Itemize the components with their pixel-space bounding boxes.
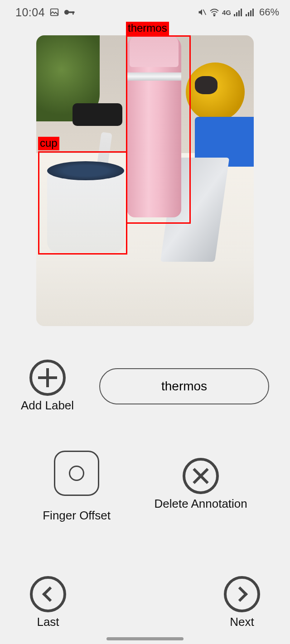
svg-rect-11 [248, 12, 249, 16]
status-bar: 10:04 4G 66% [0, 0, 290, 22]
bounding-box[interactable] [38, 151, 127, 255]
svg-rect-13 [252, 9, 254, 16]
svg-line-4 [203, 10, 206, 15]
battery-label: 66% [259, 6, 279, 18]
circle-icon [69, 466, 84, 481]
image-icon [49, 7, 59, 17]
chevron-left-icon [42, 586, 58, 602]
status-right: 4G 66% [198, 6, 279, 18]
add-label-text: Add Label [21, 399, 74, 413]
next-button[interactable] [224, 576, 260, 612]
bounding-box[interactable] [126, 35, 191, 224]
wifi-icon [209, 8, 219, 16]
svg-rect-12 [250, 10, 251, 16]
controls-panel: Add Label Finger Offset Delete Annotatio… [0, 326, 290, 629]
finger-offset-button[interactable] [54, 451, 99, 496]
svg-rect-10 [246, 14, 247, 16]
svg-rect-7 [236, 12, 237, 16]
finger-offset-text: Finger Offset [43, 509, 111, 523]
home-indicator[interactable] [106, 637, 184, 640]
svg-rect-6 [234, 14, 235, 16]
status-left: 10:04 [15, 6, 76, 19]
key-icon [64, 8, 76, 16]
svg-point-5 [214, 15, 215, 16]
last-button[interactable] [30, 576, 66, 612]
next-text: Next [230, 615, 254, 629]
add-label-button[interactable] [29, 360, 66, 396]
signal-icon [234, 8, 243, 16]
bounding-box-label[interactable]: cup [38, 137, 59, 150]
svg-rect-8 [238, 10, 240, 16]
svg-rect-3 [72, 11, 74, 14]
signal2-icon [246, 8, 255, 16]
delete-annotation-button[interactable] [183, 458, 219, 494]
chevron-right-icon [232, 586, 248, 602]
network-label: 4G [222, 9, 231, 16]
delete-annotation-text: Delete Annotation [154, 497, 247, 511]
status-time: 10:04 [15, 6, 45, 19]
last-text: Last [37, 615, 59, 629]
label-input[interactable] [99, 368, 269, 404]
mute-icon [198, 8, 207, 17]
bounding-box-label[interactable]: thermos [126, 22, 169, 35]
annotation-canvas[interactable]: thermoscup [36, 35, 254, 326]
svg-rect-9 [241, 9, 242, 16]
